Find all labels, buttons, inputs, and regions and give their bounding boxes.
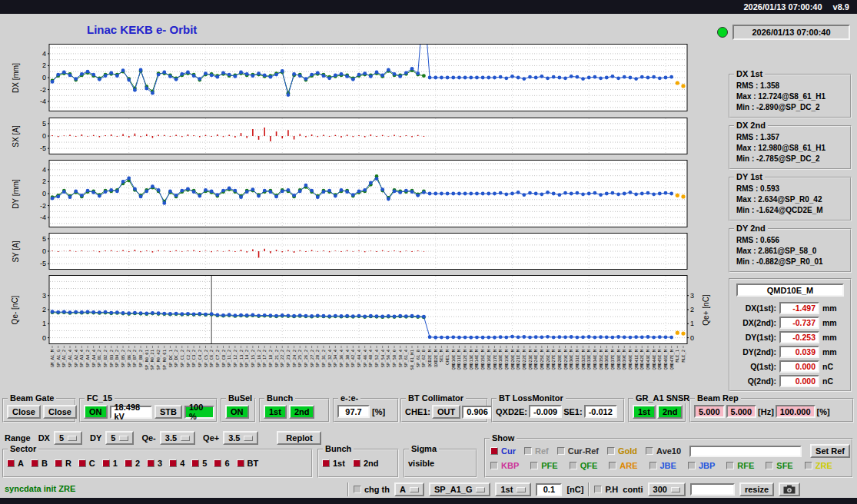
ref-name-input[interactable] xyxy=(689,446,802,457)
chg-th-checkbox[interactable]: chg th xyxy=(354,485,390,494)
threshold-input[interactable]: 0.1 xyxy=(536,483,562,496)
show-cur-ref-checkbox[interactable]: Cur-Ref xyxy=(557,446,599,456)
sector-1-checkbox[interactable]: 1 xyxy=(102,459,118,468)
sector-1-check-indicator[interactable] xyxy=(102,459,110,467)
range-dropdown-dx[interactable]: 5 xyxy=(54,431,82,445)
bunch-select-1st-checkbox[interactable]: 1st xyxy=(322,459,345,468)
busel-on-button[interactable]: ON xyxy=(225,405,249,419)
bpm-dropdown[interactable]: SP_A1_G xyxy=(429,482,491,496)
ph-checkbox[interactable]: P.H xyxy=(594,485,618,494)
show-gold-checkbox[interactable]: Gold xyxy=(607,446,637,456)
misc-entry-input[interactable] xyxy=(690,483,735,496)
beam-gate-close-1-button[interactable]: Close xyxy=(7,405,41,419)
sector-a-checkbox[interactable]: A xyxy=(7,459,24,468)
show-sfe-check-indicator[interactable] xyxy=(766,462,773,469)
sector-r-check-indicator[interactable] xyxy=(55,459,62,467)
set-ref-button[interactable]: Set Ref xyxy=(810,444,850,458)
ph-check-indicator[interactable] xyxy=(594,486,602,493)
bunch-dropdown[interactable]: 1st xyxy=(495,482,531,496)
show-ref-check-indicator[interactable] xyxy=(524,447,532,455)
sector-a-check-indicator[interactable] xyxy=(7,459,15,467)
points-dropdown[interactable]: 300 xyxy=(648,482,686,496)
range-dropdown-qe[interactable]: 3.5 xyxy=(223,431,258,445)
beam-rep-percent-unit: [%] xyxy=(817,407,830,416)
show-jbp-checkbox[interactable]: JBP xyxy=(688,461,715,470)
show-pfe-check-indicator[interactable] xyxy=(530,462,538,469)
sector-r-checkbox[interactable]: R xyxy=(55,459,71,468)
show-cur-checkbox[interactable]: Cur xyxy=(490,446,516,456)
show-cur-check-indicator[interactable] xyxy=(490,447,498,455)
sector-5-check-indicator[interactable] xyxy=(191,459,199,467)
bunch-select-1st-check-indicator[interactable] xyxy=(322,459,330,467)
sector-5-checkbox[interactable]: 5 xyxy=(191,459,207,468)
sigma-visible-toggle[interactable]: visible xyxy=(408,459,434,468)
show-jbp-check-indicator[interactable] xyxy=(688,462,696,469)
sector-6-check-indicator[interactable] xyxy=(214,459,221,467)
che1-state-button[interactable]: OUT xyxy=(432,405,460,419)
threshold-unit: [nC] xyxy=(566,485,583,494)
show-cur-ref-check-indicator[interactable] xyxy=(557,447,565,455)
sector-4-checkbox[interactable]: 4 xyxy=(169,459,184,468)
show-are-checkbox[interactable]: ARE xyxy=(609,461,637,470)
show-sfe-checkbox[interactable]: SFE xyxy=(766,461,792,470)
svg-text:QMD29E_M: QMD29E_M xyxy=(563,349,569,370)
chg-th-check-indicator[interactable] xyxy=(354,486,361,493)
show-ave10-check-indicator[interactable] xyxy=(646,447,653,455)
status-message: syncdata init ZRE xyxy=(5,484,75,493)
dy-axis-title: DY [mm] xyxy=(9,160,22,227)
range-dropdown-dy[interactable]: 5 xyxy=(105,431,134,445)
show-ref-checkbox[interactable]: Ref xyxy=(524,446,549,456)
sector-bt-check-indicator[interactable] xyxy=(237,459,244,467)
svg-text:1: 1 xyxy=(42,320,46,327)
sector-b-check-indicator[interactable] xyxy=(31,459,38,467)
svg-text:QMD41E_M: QMD41E_M xyxy=(634,349,639,370)
svg-text:SP_B2_2: SP_B2_2 xyxy=(103,350,108,367)
bunch-2nd-button[interactable]: 2nd xyxy=(289,405,315,419)
dropdown-indicator-icon xyxy=(244,436,253,441)
mode-dropdown[interactable]: A xyxy=(394,482,424,496)
sy-steering-plot: 50-5 xyxy=(28,233,704,270)
show-kbp-check-indicator[interactable] xyxy=(490,462,498,469)
sector-3-checkbox[interactable]: 3 xyxy=(147,459,162,468)
show-rfe-check-indicator[interactable] xyxy=(726,462,734,469)
gr-a1-2nd-button[interactable]: 2nd xyxy=(657,405,683,419)
show-qfe-checkbox[interactable]: QFE xyxy=(570,461,598,470)
bunch-select-2nd-check-indicator[interactable] xyxy=(353,459,360,467)
replot-button[interactable]: Replot xyxy=(277,431,321,445)
gr-a1-1st-button[interactable]: 1st xyxy=(633,405,656,419)
sector-b-checkbox[interactable]: B xyxy=(31,459,48,468)
show-kbp-checkbox[interactable]: KBP xyxy=(490,461,519,470)
monitor-row-value: 0.039 xyxy=(779,346,819,358)
bunch-1st-button[interactable]: 1st xyxy=(264,405,287,419)
show-rfe-checkbox[interactable]: RFE xyxy=(726,461,754,470)
svg-text:QCD2E_M: QCD2E_M xyxy=(427,349,433,367)
sector-6-checkbox[interactable]: 6 xyxy=(214,459,229,468)
fc15-group: FC_15 ON 18.498 kV STB 100 % xyxy=(79,398,218,423)
show-qfe-check-indicator[interactable] xyxy=(570,462,577,469)
range-dropdown-qe[interactable]: 3.5 xyxy=(160,431,195,445)
show-zre-checkbox[interactable]: ZRE xyxy=(805,461,832,470)
fc15-on-button[interactable]: ON xyxy=(84,405,108,419)
sector-4-check-indicator[interactable] xyxy=(169,459,177,467)
svg-text:QMD13E_M: QMD13E_M xyxy=(469,349,474,370)
sector-2-checkbox[interactable]: 2 xyxy=(125,459,140,468)
sector-bt-checkbox[interactable]: BT xyxy=(237,459,259,468)
show-are-check-indicator[interactable] xyxy=(609,462,616,469)
beam-gate-close-2-button[interactable]: Close xyxy=(43,405,77,419)
show-jbe-check-indicator[interactable] xyxy=(649,462,657,469)
show-pfe-checkbox[interactable]: PFE xyxy=(530,461,557,470)
resize-button[interactable]: resize xyxy=(739,482,774,496)
bunch-select-2nd-checkbox[interactable]: 2nd xyxy=(353,459,379,468)
svg-text:GM_A1_M: GM_A1_M xyxy=(50,349,55,367)
monitor-row: Q(1st):0.000nC xyxy=(732,359,849,373)
sector-c-check-indicator[interactable] xyxy=(78,459,86,467)
sector-3-check-indicator[interactable] xyxy=(147,459,154,467)
show-ave10-checkbox[interactable]: Ave10 xyxy=(646,446,681,456)
screenshot-button[interactable] xyxy=(779,482,800,496)
show-zre-check-indicator[interactable] xyxy=(805,462,812,469)
show-jbe-checkbox[interactable]: JBE xyxy=(649,461,676,470)
fc15-stb-button[interactable]: STB xyxy=(154,405,182,419)
show-gold-check-indicator[interactable] xyxy=(607,447,615,455)
sector-2-check-indicator[interactable] xyxy=(125,459,132,467)
sector-c-checkbox[interactable]: C xyxy=(78,459,95,468)
